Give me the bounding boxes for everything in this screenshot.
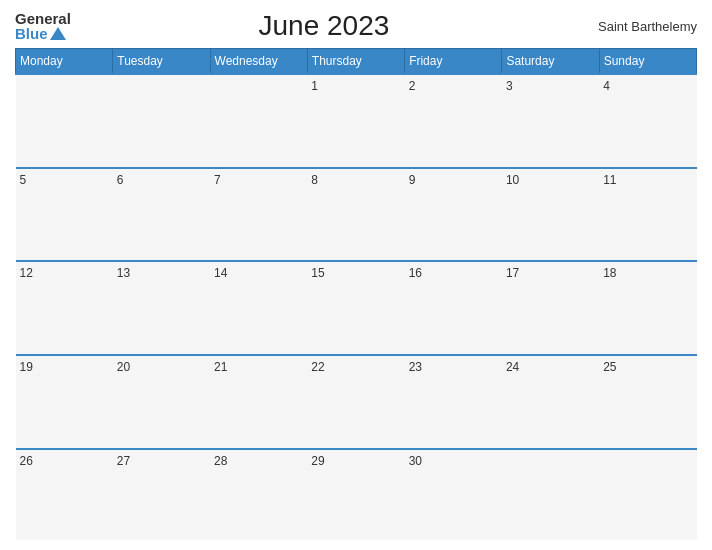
day-number: 15 <box>311 266 324 280</box>
weekday-header-wednesday: Wednesday <box>210 49 307 75</box>
calendar-cell: 8 <box>307 168 404 262</box>
calendar-cell: 15 <box>307 261 404 355</box>
day-number: 29 <box>311 454 324 468</box>
calendar-cell: 26 <box>16 449 113 540</box>
weekday-header-monday: Monday <box>16 49 113 75</box>
calendar-cell: 23 <box>405 355 502 449</box>
day-number: 8 <box>311 173 318 187</box>
calendar-week-row: 2627282930 <box>16 449 697 540</box>
calendar-cell: 18 <box>599 261 696 355</box>
country-label: Saint Barthelemy <box>577 19 697 34</box>
day-number: 10 <box>506 173 519 187</box>
day-number: 12 <box>20 266 33 280</box>
calendar-cell: 17 <box>502 261 599 355</box>
weekday-header-row: MondayTuesdayWednesdayThursdayFridaySatu… <box>16 49 697 75</box>
calendar-week-row: 1234 <box>16 74 697 168</box>
calendar-cell: 5 <box>16 168 113 262</box>
day-number: 21 <box>214 360 227 374</box>
calendar-cell <box>113 74 210 168</box>
weekday-header-sunday: Sunday <box>599 49 696 75</box>
weekday-header-friday: Friday <box>405 49 502 75</box>
calendar-cell: 20 <box>113 355 210 449</box>
calendar-cell: 19 <box>16 355 113 449</box>
calendar-cell: 13 <box>113 261 210 355</box>
calendar-week-row: 12131415161718 <box>16 261 697 355</box>
calendar-week-row: 19202122232425 <box>16 355 697 449</box>
calendar-cell: 29 <box>307 449 404 540</box>
logo: General Blue <box>15 11 71 41</box>
day-number: 22 <box>311 360 324 374</box>
day-number: 24 <box>506 360 519 374</box>
calendar-cell: 24 <box>502 355 599 449</box>
day-number: 1 <box>311 79 318 93</box>
day-number: 9 <box>409 173 416 187</box>
calendar-cell <box>599 449 696 540</box>
day-number: 19 <box>20 360 33 374</box>
day-number: 4 <box>603 79 610 93</box>
day-number: 13 <box>117 266 130 280</box>
calendar-cell: 14 <box>210 261 307 355</box>
day-number: 27 <box>117 454 130 468</box>
calendar-cell: 10 <box>502 168 599 262</box>
calendar-week-row: 567891011 <box>16 168 697 262</box>
logo-general-text: General <box>15 11 71 26</box>
calendar-cell: 21 <box>210 355 307 449</box>
day-number: 26 <box>20 454 33 468</box>
day-number: 30 <box>409 454 422 468</box>
day-number: 23 <box>409 360 422 374</box>
calendar-cell: 9 <box>405 168 502 262</box>
day-number: 17 <box>506 266 519 280</box>
calendar-cell: 30 <box>405 449 502 540</box>
month-title: June 2023 <box>71 10 577 42</box>
day-number: 6 <box>117 173 124 187</box>
calendar-cell: 7 <box>210 168 307 262</box>
calendar-cell: 1 <box>307 74 404 168</box>
calendar-cell: 4 <box>599 74 696 168</box>
day-number: 7 <box>214 173 221 187</box>
day-number: 20 <box>117 360 130 374</box>
weekday-header-thursday: Thursday <box>307 49 404 75</box>
weekday-header-tuesday: Tuesday <box>113 49 210 75</box>
calendar-cell: 27 <box>113 449 210 540</box>
calendar-cell: 2 <box>405 74 502 168</box>
calendar-cell: 12 <box>16 261 113 355</box>
calendar-cell <box>502 449 599 540</box>
calendar-cell: 3 <box>502 74 599 168</box>
calendar-cell: 25 <box>599 355 696 449</box>
calendar-cell: 22 <box>307 355 404 449</box>
day-number: 28 <box>214 454 227 468</box>
weekday-header-saturday: Saturday <box>502 49 599 75</box>
day-number: 25 <box>603 360 616 374</box>
day-number: 5 <box>20 173 27 187</box>
calendar-table: MondayTuesdayWednesdayThursdayFridaySatu… <box>15 48 697 540</box>
day-number: 3 <box>506 79 513 93</box>
calendar-cell: 11 <box>599 168 696 262</box>
day-number: 16 <box>409 266 422 280</box>
day-number: 11 <box>603 173 616 187</box>
calendar-cell: 16 <box>405 261 502 355</box>
day-number: 2 <box>409 79 416 93</box>
logo-triangle-icon <box>50 27 66 40</box>
calendar-cell <box>16 74 113 168</box>
calendar-cell: 28 <box>210 449 307 540</box>
day-number: 18 <box>603 266 616 280</box>
calendar-cell: 6 <box>113 168 210 262</box>
logo-blue-text: Blue <box>15 26 66 41</box>
calendar-cell <box>210 74 307 168</box>
day-number: 14 <box>214 266 227 280</box>
calendar-header: General Blue June 2023 Saint Barthelemy <box>15 10 697 42</box>
